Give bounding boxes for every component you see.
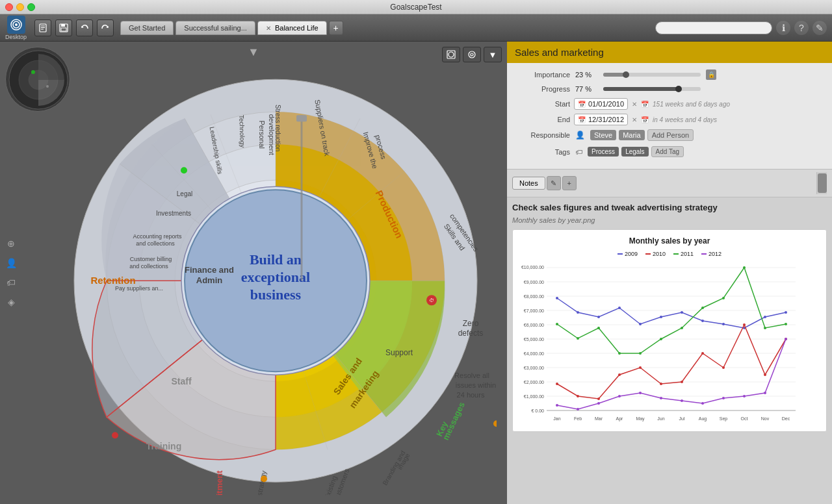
tab-sailing[interactable]: Successful sailing... (176, 21, 255, 35)
notes-content-area: Check sales figures and tweak advertisin… (507, 197, 832, 504)
svg-text:24 hours: 24 hours (457, 391, 485, 399)
add-tab-button[interactable]: + (329, 21, 343, 35)
view-btn-1[interactable] (442, 47, 460, 62)
view-btn-3[interactable]: ▼ (484, 47, 502, 62)
help-icon[interactable]: ? (794, 21, 809, 35)
end-date-field[interactable]: 📅 12/31/2012 (574, 114, 628, 125)
svg-text:Nov: Nov (761, 416, 770, 421)
importance-slider[interactable] (603, 73, 701, 77)
tag-icon[interactable]: 🏷 (4, 275, 18, 290)
settings-icon[interactable]: ✎ (812, 21, 827, 35)
svg-text:€4,000.00: €4,000.00 (524, 351, 544, 356)
svg-point-166 (681, 399, 683, 402)
svg-point-134 (764, 316, 766, 318)
tab-close-icon[interactable]: ✕ (266, 25, 271, 32)
undo-button[interactable] (76, 19, 93, 36)
start-date-field[interactable]: 📅 01/01/2010 (574, 98, 628, 110)
svg-text:Accounting reports: Accounting reports (133, 233, 182, 240)
svg-text:€ 0.00: € 0.00 (532, 409, 545, 413)
svg-point-160 (556, 404, 558, 407)
window-controls[interactable] (5, 3, 35, 11)
legend-2012: 2012 (701, 251, 722, 257)
progress-label: Progress (515, 85, 570, 93)
main-content: ▼ ⊕ 👤 🏷 ◈ ▼ (0, 42, 832, 504)
notes-scrollbar[interactable] (816, 172, 827, 194)
add-person-button[interactable]: Add Person (647, 129, 694, 141)
svg-point-13 (31, 70, 35, 74)
svg-point-161 (577, 408, 579, 410)
legend-2009: 2009 (618, 251, 638, 257)
notes-add-btn[interactable]: + (562, 176, 577, 190)
redo-button[interactable] (97, 19, 114, 36)
svg-text:Aug: Aug (699, 416, 707, 422)
person-steve[interactable]: Steve (590, 130, 616, 140)
filter-icon[interactable]: ◈ (4, 295, 18, 309)
zoom-in-icon[interactable]: ⊕ (4, 236, 18, 251)
svg-text:€1,000.00: €1,000.00 (524, 394, 544, 399)
svg-point-84 (261, 475, 267, 482)
notes-tab[interactable]: Notes (512, 177, 545, 190)
svg-point-163 (618, 395, 621, 397)
tags-label: Tags (515, 148, 570, 156)
scroll-up-arrow[interactable]: ▼ (248, 45, 259, 59)
svg-point-154 (681, 327, 683, 329)
legend-dot-2011 (673, 253, 679, 255)
progress-slider[interactable] (603, 87, 701, 91)
svg-text:€10,000.00: €10,000.00 (521, 265, 544, 270)
user-icon[interactable]: 👤 (4, 256, 18, 270)
wheel-panel[interactable]: ▼ ⊕ 👤 🏷 ◈ ▼ (0, 42, 507, 504)
svg-text:Build an: Build an (250, 251, 302, 268)
tag-legals[interactable]: Legals (621, 147, 648, 157)
wheel-diagram[interactable]: Build an exceptional business Production… (55, 66, 497, 496)
person-maria[interactable]: Maria (619, 130, 645, 140)
add-tag-button[interactable]: Add Tag (651, 146, 684, 157)
start-row: Start 📅 01/01/2010 ✕ 📅 151 weeks and 6 d… (515, 98, 824, 110)
persons-list: Steve Maria Add Person (590, 129, 694, 141)
svg-point-152 (639, 352, 642, 355)
info-icon[interactable]: ℹ (776, 21, 790, 35)
tab-getstarted[interactable]: Get Started (120, 21, 174, 35)
panel-header: Sales and marketing (507, 42, 832, 63)
svg-point-142 (681, 381, 683, 383)
notes-scroll-thumb[interactable] (818, 173, 827, 193)
tabs-area: Get Started Successful sailing... ✕ Bala… (120, 21, 651, 35)
importance-row: Importance 23 % 🔒 (515, 69, 824, 80)
app-logo: Desktop (5, 16, 27, 40)
close-button[interactable] (5, 3, 13, 11)
responsible-row: Responsible 👤 Steve Maria Add Person (515, 129, 824, 141)
search-input[interactable] (655, 21, 772, 34)
svg-text:Feb: Feb (574, 416, 582, 421)
importance-thumb[interactable] (623, 71, 629, 78)
start-date-value: 01/01/2010 (588, 100, 624, 108)
end-clear-btn[interactable]: ✕ (632, 116, 637, 123)
svg-point-83 (493, 420, 497, 427)
svg-point-138 (597, 397, 600, 400)
svg-point-171 (785, 338, 787, 340)
svg-text:Resolve all: Resolve all (454, 372, 489, 379)
progress-value: 77 % (575, 85, 598, 93)
tag-process[interactable]: Process (588, 147, 619, 157)
svg-point-81 (181, 167, 187, 173)
chart-title: Monthly sales by year (519, 236, 820, 246)
end-date-value: 12/31/2012 (588, 116, 624, 123)
svg-text:Legal: Legal (177, 190, 192, 197)
end-label: End (515, 116, 570, 123)
progress-thumb[interactable] (675, 86, 682, 92)
notes-edit-btn[interactable]: ✎ (547, 176, 561, 190)
svg-text:issues within: issues within (456, 381, 496, 389)
start-clear-btn[interactable]: ✕ (632, 101, 637, 108)
svg-text:€6,000.00: €6,000.00 (524, 323, 544, 327)
svg-point-150 (597, 327, 600, 329)
document-icon[interactable] (34, 19, 51, 36)
progress-row: Progress 77 % (515, 85, 824, 93)
svg-point-145 (743, 323, 746, 326)
svg-text:Zero: Zero (463, 319, 479, 328)
minimize-button[interactable] (16, 3, 24, 11)
maximize-button[interactable] (27, 3, 35, 11)
importance-label: Importance (515, 71, 570, 79)
view-btn-2[interactable] (463, 47, 481, 62)
lock-icon[interactable]: 🔒 (706, 69, 716, 80)
save-button[interactable] (55, 19, 72, 36)
svg-point-137 (577, 395, 579, 397)
tab-balanced[interactable]: ✕ Balanced Life (257, 21, 327, 35)
